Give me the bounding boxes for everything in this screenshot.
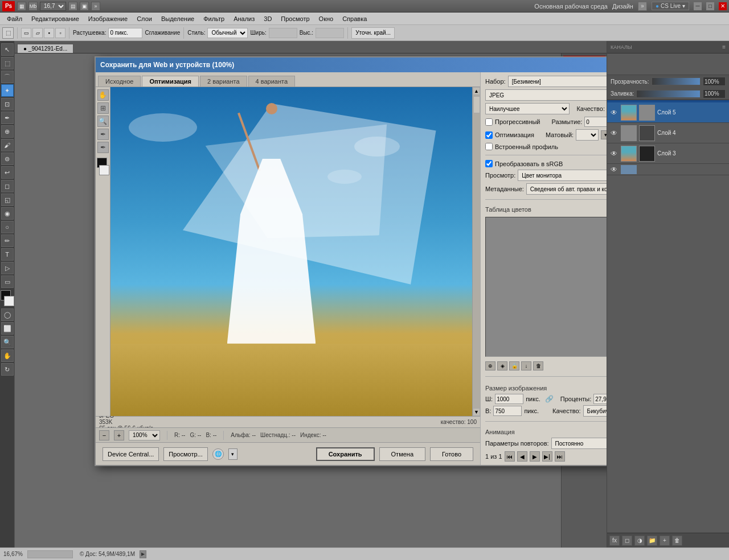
- width-input[interactable]: [269, 28, 297, 38]
- hand-tool[interactable]: ✋: [1, 349, 14, 362]
- resize-quality-select[interactable]: Бикубическая, че...: [583, 405, 607, 417]
- brush-tool[interactable]: 🖌: [1, 139, 14, 151]
- menu-analysis[interactable]: Анализ: [229, 14, 259, 23]
- cancel-btn[interactable]: Отмена: [379, 447, 425, 461]
- fill-input[interactable]: [703, 89, 726, 98]
- menu-image[interactable]: Изображение: [84, 14, 132, 23]
- anim-first-btn[interactable]: ⏮: [505, 451, 515, 462]
- type-tool[interactable]: T: [1, 248, 14, 261]
- metadata-select[interactable]: Сведения об авт. правах и контакты: [526, 183, 607, 195]
- gradient-tool[interactable]: ◱: [1, 193, 14, 206]
- blur-input[interactable]: [584, 117, 607, 127]
- menu-select[interactable]: Выделение: [157, 14, 199, 23]
- screen-mode-tool[interactable]: ⬜: [1, 322, 14, 335]
- preview-zoom-tool[interactable]: 🔍: [97, 116, 109, 127]
- srgb-checkbox[interactable]: [485, 160, 493, 167]
- pen-tool[interactable]: ✏: [1, 234, 14, 247]
- opacity-input[interactable]: [703, 77, 726, 86]
- window-maximize-btn[interactable]: □: [706, 2, 714, 10]
- anim-last-btn[interactable]: ⏭: [555, 451, 565, 462]
- bridge-icon[interactable]: Mb: [28, 2, 38, 11]
- layer-item-bottom[interactable]: 👁: [607, 164, 729, 175]
- zoom-in-btn[interactable]: +: [114, 430, 124, 440]
- doc-tab[interactable]: ● _9041291-Ed...: [17, 44, 73, 53]
- preview-bg-color[interactable]: [99, 165, 109, 175]
- window-minimize-btn[interactable]: ─: [694, 2, 702, 10]
- icc-checkbox[interactable]: [485, 143, 493, 150]
- ct-btn1[interactable]: ⊕: [485, 361, 495, 370]
- matte-select[interactable]: [576, 129, 599, 141]
- feather-input[interactable]: [108, 28, 142, 38]
- tab-optimized[interactable]: Оптимизация: [142, 76, 199, 87]
- statusbar-expand-btn[interactable]: ▶: [140, 550, 146, 558]
- dodge-tool[interactable]: ○: [1, 221, 14, 233]
- layer-item-3[interactable]: 👁 Слой 3: [607, 143, 729, 164]
- quick-mask-tool[interactable]: ◯: [1, 308, 14, 321]
- scroll-thumb[interactable]: [473, 96, 480, 113]
- preview-eyedropper2-tool[interactable]: ✒: [97, 142, 109, 153]
- blur-tool[interactable]: ◉: [1, 207, 14, 220]
- tab-original[interactable]: Исходное: [98, 76, 141, 87]
- document-size-select[interactable]: 16,7: [40, 2, 66, 11]
- marquee-tool[interactable]: ⬚: [1, 57, 14, 69]
- eraser-tool[interactable]: ◻: [1, 180, 14, 192]
- layer-fx-btn[interactable]: fx: [609, 536, 620, 546]
- path-select-tool[interactable]: ▷: [1, 262, 14, 274]
- expand-workspaces-btn[interactable]: »: [638, 2, 647, 11]
- globe-icon[interactable]: 🌐: [212, 448, 224, 460]
- lasso-tool[interactable]: ⌒: [1, 71, 14, 83]
- anim-play-btn[interactable]: ▶: [530, 451, 540, 462]
- height-input[interactable]: [316, 28, 344, 38]
- preview-color-select[interactable]: Цвет монитора: [518, 170, 607, 181]
- matte-dropdown-btn[interactable]: ▾: [601, 130, 607, 139]
- rotate-tool[interactable]: ↻: [1, 363, 14, 376]
- preset-select[interactable]: [Безимени]: [508, 76, 607, 87]
- subtract-selection-btn[interactable]: ▪: [44, 28, 54, 38]
- intersect-selection-btn[interactable]: ▫: [55, 28, 65, 38]
- layer-3-eye[interactable]: 👁: [609, 149, 619, 158]
- ct-btn4[interactable]: ↓: [521, 361, 531, 370]
- preview-hand-tool[interactable]: ✋: [97, 89, 109, 101]
- layer-adj-btn[interactable]: ◑: [634, 536, 645, 546]
- zoom-select[interactable]: 100% 50% 200%: [129, 430, 160, 440]
- mode-icon[interactable]: ▦: [17, 2, 26, 11]
- crop-tool[interactable]: ⊡: [1, 98, 14, 110]
- menu-layers[interactable]: Слои: [132, 14, 157, 23]
- save-btn[interactable]: Сохранить: [316, 447, 375, 461]
- scroll-up-btn[interactable]: ▲: [473, 87, 480, 95]
- tab-4up[interactable]: 4 варианта: [248, 76, 296, 87]
- progressive-checkbox[interactable]: [485, 118, 493, 126]
- layer-mask-btn[interactable]: ◻: [622, 536, 632, 546]
- shape-tool[interactable]: ▭: [1, 275, 14, 288]
- eyedropper-tool[interactable]: ✒: [1, 112, 14, 124]
- width-size-input[interactable]: [495, 394, 523, 404]
- preview-eyedropper-tool[interactable]: ✒: [97, 129, 109, 140]
- layer-bottom-eye[interactable]: 👁: [609, 165, 619, 174]
- height-size-input[interactable]: [493, 406, 522, 416]
- cslive-btn[interactable]: ● CS Live ▾: [652, 2, 689, 10]
- menu-3d[interactable]: 3D: [259, 14, 276, 23]
- ct-btn5[interactable]: 🗑: [533, 361, 543, 370]
- optimize-checkbox[interactable]: [485, 131, 493, 139]
- percent-input[interactable]: [593, 394, 607, 404]
- menu-filter[interactable]: Фильтр: [199, 14, 229, 23]
- screen-mode-icon[interactable]: ▣: [80, 2, 89, 11]
- fill-slider[interactable]: [636, 90, 701, 98]
- preview-slice-tool[interactable]: ⊞: [97, 102, 109, 114]
- zoom-tool[interactable]: 🔍: [1, 336, 14, 348]
- layer-new-btn[interactable]: +: [660, 536, 670, 546]
- magic-wand-tool[interactable]: ✦: [1, 84, 14, 97]
- layer-item-5[interactable]: 👁 Слой 5: [607, 102, 729, 123]
- anim-prev-btn[interactable]: ◀: [517, 451, 527, 462]
- channels-menu-btn[interactable]: ≡: [722, 44, 726, 50]
- extras-icon[interactable]: »: [91, 2, 100, 11]
- layer-group-btn[interactable]: 📁: [647, 536, 657, 546]
- device-central-btn[interactable]: Device Central...: [103, 447, 159, 461]
- style-select[interactable]: Обычный: [207, 28, 248, 38]
- menu-window[interactable]: Окно: [314, 14, 338, 23]
- layer-item-4[interactable]: 👁 Слой 4: [607, 123, 729, 143]
- constrain-proportions-icon[interactable]: 🔗: [545, 395, 554, 403]
- format-select[interactable]: JPEG PNG-8 PNG-24 GIF: [485, 89, 607, 101]
- stamp-tool[interactable]: ⊜: [1, 153, 14, 165]
- zoom-out-btn[interactable]: −: [99, 430, 109, 440]
